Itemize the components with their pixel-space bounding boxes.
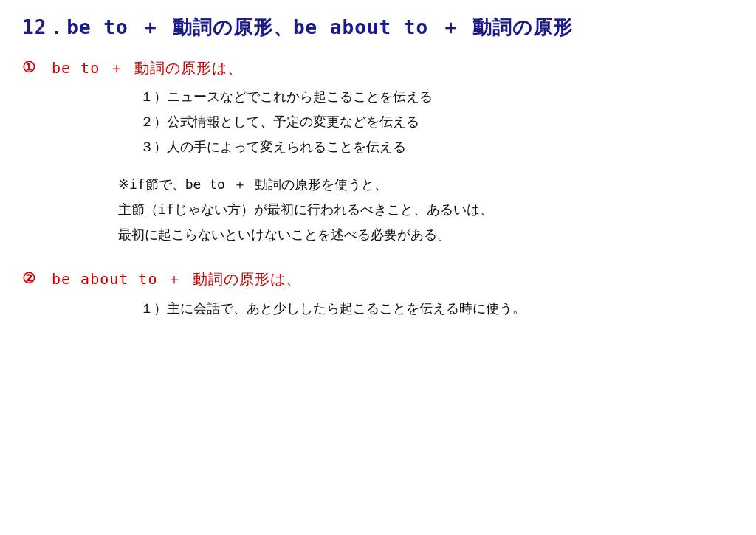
- section1-header: ① be to ＋ 動詞の原形は、: [22, 58, 734, 78]
- section1-note-line1: ※if節で、be to ＋ 動詞の原形を使うと、: [118, 172, 734, 197]
- page-container: 12．be to ＋ 動詞の原形、be about to ＋ 動詞の原形 ① b…: [22, 15, 734, 321]
- section1-item1: １）ニュースなどでこれから起こることを伝える: [140, 84, 734, 109]
- section1-note-line2: 主節（ifじゃない方）が最初に行われるべきこと、あるいは、: [118, 197, 734, 222]
- section2-label: be about to ＋ 動詞の原形は、: [52, 269, 301, 289]
- section1-label: be to ＋ 動詞の原形は、: [52, 58, 243, 78]
- section2-item1: １）主に会話で、あと少ししたら起こることを伝える時に使う。: [140, 297, 734, 320]
- section1-note-line3: 最初に起こらないといけないことを述べる必要がある。: [118, 222, 734, 247]
- section1-item3: ３）人の手によって変えられることを伝える: [140, 134, 734, 159]
- section1-item2: ２）公式情報として、予定の変更などを伝える: [140, 109, 734, 134]
- section1-number: ①: [22, 58, 44, 76]
- section1-note: ※if節で、be to ＋ 動詞の原形を使うと、 主節（ifじゃない方）が最初に…: [118, 172, 734, 248]
- section1: ① be to ＋ 動詞の原形は、 １）ニュースなどでこれから起こることを伝える…: [22, 58, 734, 247]
- page-title: 12．be to ＋ 動詞の原形、be about to ＋ 動詞の原形: [22, 15, 734, 41]
- section2-number: ②: [22, 269, 44, 287]
- section2: ② be about to ＋ 動詞の原形は、 １）主に会話で、あと少ししたら起…: [22, 269, 734, 320]
- section2-content: １）主に会話で、あと少ししたら起こることを伝える時に使う。: [140, 297, 734, 320]
- section1-items: １）ニュースなどでこれから起こることを伝える ２）公式情報として、予定の変更など…: [140, 84, 734, 160]
- section2-header: ② be about to ＋ 動詞の原形は、: [22, 269, 734, 289]
